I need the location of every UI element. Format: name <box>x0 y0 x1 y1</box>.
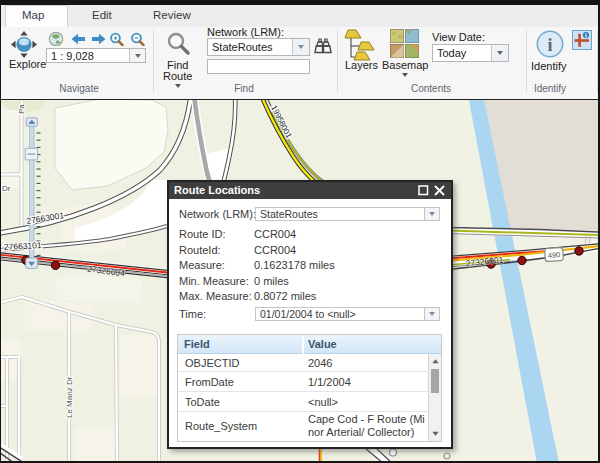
svg-text:490: 490 <box>547 250 560 260</box>
svg-text:27663101: 27663101 <box>4 240 43 252</box>
svg-text:Dr: Dr <box>2 184 11 193</box>
svg-text:i: i <box>547 35 552 55</box>
svg-text:Le Manz Dr: Le Manz Dr <box>65 376 74 418</box>
svg-text:Pa: Pa <box>17 104 26 114</box>
